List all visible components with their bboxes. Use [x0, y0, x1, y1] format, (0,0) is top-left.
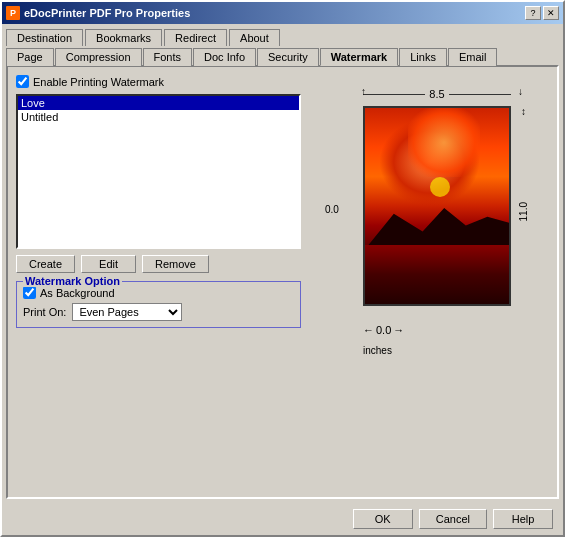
sun [430, 177, 450, 197]
create-button[interactable]: Create [16, 255, 75, 273]
watermark-option-label: Watermark Option [23, 275, 122, 287]
tab-bookmarks[interactable]: Bookmarks [85, 29, 162, 46]
right-arrow-top: ↓ [518, 86, 523, 97]
tab-destination[interactable]: Destination [6, 29, 83, 46]
app-icon: P [6, 6, 20, 20]
width-label: 8.5 [429, 88, 444, 100]
tab-compression[interactable]: Compression [55, 48, 142, 66]
tab-about[interactable]: About [229, 29, 280, 46]
tab-email[interactable]: Email [448, 48, 498, 66]
tab-doc-info[interactable]: Doc Info [193, 48, 256, 66]
tabs-row2: Page Compression Fonts Doc Info Security… [2, 45, 563, 65]
offset-y-label: 0.0 [325, 204, 339, 215]
cancel-button[interactable]: Cancel [419, 509, 487, 529]
bottom-bar: OK Cancel Help [2, 503, 563, 535]
tabs-row1: Destination Bookmarks Redirect About [2, 24, 563, 45]
enable-watermark-checkbox[interactable] [16, 75, 29, 88]
tab-page[interactable]: Page [6, 48, 54, 66]
dimension-diagram: 8.5 ↑ ↓ ↕ [325, 84, 535, 374]
close-title-button[interactable]: ✕ [543, 6, 559, 20]
left-arrow-top: ↑ [361, 86, 366, 97]
tab-links[interactable]: Links [399, 48, 447, 66]
unit-label: inches [363, 345, 392, 356]
remove-button[interactable]: Remove [142, 255, 209, 273]
help-title-button[interactable]: ? [525, 6, 541, 20]
enable-watermark-row: Enable Printing Watermark [16, 75, 301, 88]
height-label: 11.0 [518, 202, 529, 221]
content-area: Enable Printing Watermark Love Untitled … [6, 65, 559, 499]
enable-watermark-label: Enable Printing Watermark [33, 76, 164, 88]
left-panel: Enable Printing Watermark Love Untitled … [16, 75, 301, 489]
offset-x-dimension: ← 0.0 → [363, 324, 511, 336]
as-background-label: As Background [40, 287, 115, 299]
title-bar: P eDocPrinter PDF Pro Properties ? ✕ [2, 2, 563, 24]
preview-image [363, 106, 511, 306]
cloud2 [408, 108, 480, 177]
watermark-list[interactable]: Love Untitled [16, 94, 301, 249]
list-item[interactable]: Love [18, 96, 299, 110]
print-on-label: Print On: [23, 306, 66, 318]
watermark-option-group: Watermark Option As Background Print On:… [16, 281, 301, 328]
main-window: P eDocPrinter PDF Pro Properties ? ✕ Des… [0, 0, 565, 537]
title-buttons: ? ✕ [525, 6, 559, 20]
offset-x-label: 0.0 [376, 324, 391, 336]
reflection [365, 245, 509, 304]
sunset-image [365, 108, 509, 304]
help-button[interactable]: Help [493, 509, 553, 529]
tab-redirect[interactable]: Redirect [164, 29, 227, 46]
tab-fonts[interactable]: Fonts [143, 48, 193, 66]
height-dimension: ↕ 11.0 [518, 106, 529, 306]
width-dimension: 8.5 [363, 88, 511, 100]
ok-button[interactable]: OK [353, 509, 413, 529]
as-background-checkbox[interactable] [23, 286, 36, 299]
print-on-row: Print On: All Pages Even Pages Odd Pages [23, 303, 294, 321]
list-item[interactable]: Untitled [18, 110, 299, 124]
button-row: Create Edit Remove [16, 255, 301, 273]
print-on-select[interactable]: All Pages Even Pages Odd Pages [72, 303, 182, 321]
as-background-row: As Background [23, 286, 294, 299]
window-title: eDocPrinter PDF Pro Properties [24, 7, 190, 19]
title-bar-left: P eDocPrinter PDF Pro Properties [6, 6, 190, 20]
right-panel: 8.5 ↑ ↓ ↕ [311, 75, 549, 489]
tab-security[interactable]: Security [257, 48, 319, 66]
tab-watermark[interactable]: Watermark [320, 48, 398, 66]
edit-button[interactable]: Edit [81, 255, 136, 273]
